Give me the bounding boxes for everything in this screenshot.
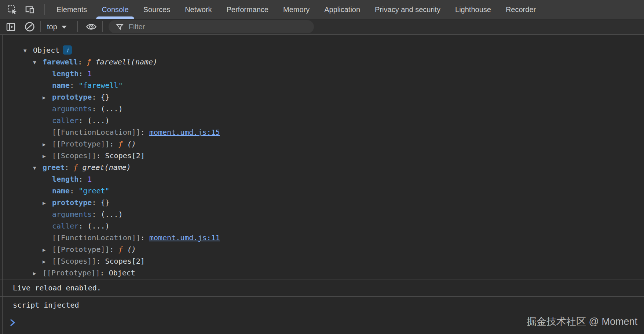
token-colon: : [78, 69, 87, 78]
tab-label: Elements [56, 5, 87, 14]
token-internal: [[FunctionLocation]] [52, 128, 140, 137]
filter-field[interactable] [109, 20, 314, 33]
tab-recorder[interactable]: Recorder [498, 0, 543, 19]
token-sig: greet(name) [82, 163, 131, 172]
console-message: script injected [0, 296, 644, 313]
token-colon: : [78, 222, 87, 230]
filter-funnel-icon [116, 23, 124, 31]
object-tree: ▾Objecti▾farewell: ƒ farewell(name)lengt… [0, 35, 644, 279]
token-keydim: arguments [52, 104, 92, 113]
context-selector-value: top [47, 23, 57, 31]
tree-row: name: "farewell" [0, 79, 644, 91]
token-internal: [[Prototype]] [52, 140, 110, 148]
clear-console-icon[interactable] [24, 21, 35, 32]
token-plain: (...) [87, 222, 109, 230]
tree-row: name: "greet" [0, 185, 644, 197]
disclosure-down-icon[interactable]: ▾ [33, 162, 43, 174]
toolbar-separator [40, 21, 41, 32]
tree-row: length: 1 [0, 173, 644, 185]
tree-row: arguments: (...) [0, 208, 644, 220]
tab-application[interactable]: Application [317, 0, 367, 19]
tree-row: ▸prototype: {} [0, 91, 644, 103]
tab-lighthouse[interactable]: Lighthouse [448, 0, 498, 19]
watermark: 掘金技术社区 @ Moment [527, 315, 637, 328]
disclosure-down-icon[interactable]: ▾ [23, 45, 33, 56]
tab-elements[interactable]: Elements [49, 0, 94, 19]
token-plain: Object [109, 268, 135, 277]
token-fn: ƒ [118, 245, 127, 254]
source-file-link[interactable]: moment.umd.js:11 [149, 233, 220, 242]
disclosure-down-icon[interactable]: ▾ [33, 56, 43, 68]
token-key: prototype [52, 93, 92, 101]
disclosure-right-icon[interactable]: ▸ [43, 92, 52, 103]
token-key: prototype [52, 198, 92, 207]
tab-console[interactable]: Console [94, 0, 136, 19]
disclosure-right-icon[interactable]: ▸ [43, 138, 52, 150]
tree-row: arguments: (...) [0, 103, 644, 115]
tree-row: ▸prototype: {} [0, 197, 644, 208]
token-sig: farewell(name) [96, 57, 158, 66]
token-key: length [52, 69, 78, 78]
token-keydim: caller [52, 116, 78, 125]
tree-row: [[FunctionLocation]]: moment.umd.js:11 [0, 232, 644, 244]
tree-row: ▸[[Prototype]]: ƒ () [0, 244, 644, 255]
token-colon: : [92, 104, 100, 113]
disclosure-right-icon[interactable]: ▸ [43, 150, 52, 162]
tab-memory[interactable]: Memory [276, 0, 317, 19]
disclosure-right-icon[interactable]: ▸ [33, 267, 43, 279]
token-colon: : [78, 175, 87, 183]
tab-label: Privacy and security [375, 5, 440, 14]
tab-label: Recorder [506, 5, 536, 14]
token-key: length [52, 175, 78, 183]
tab-sources[interactable]: Sources [136, 0, 178, 19]
token-plain: Scopes[2] [105, 257, 145, 266]
prompt-chevron-icon [10, 319, 16, 327]
token-plain: {} [100, 93, 109, 101]
tree-row: length: 1 [0, 68, 644, 79]
disclosure-right-icon[interactable]: ▸ [43, 197, 52, 209]
console-log-area: ▾Objecti▾farewell: ƒ farewell(name)lengt… [0, 35, 644, 334]
token-colon: : [110, 140, 118, 148]
dock-sidebar-icon[interactable] [5, 21, 16, 32]
tab-label: Console [102, 5, 128, 14]
inspect-element-icon[interactable] [7, 4, 18, 15]
token-colon: : [70, 186, 78, 195]
toolbar-separator [102, 21, 103, 32]
token-sig: () [127, 140, 136, 148]
tab-network[interactable]: Network [178, 0, 219, 19]
token-plain: Scopes[2] [105, 151, 145, 160]
tree-row: caller: (...) [0, 220, 644, 232]
source-file-link[interactable]: moment.umd.js:15 [149, 128, 220, 137]
token-colon: : [96, 257, 105, 266]
token-fn: ƒ [118, 140, 127, 148]
token-colon: : [92, 93, 100, 101]
eye-icon[interactable] [86, 21, 97, 32]
token-colon: : [100, 268, 109, 277]
token-colon: : [96, 151, 105, 160]
device-toolbar-icon[interactable] [24, 4, 35, 15]
token-fn: ƒ [87, 57, 95, 66]
token-str: "greet" [78, 186, 109, 195]
tree-row: ▾farewell: ƒ farewell(name) [0, 56, 644, 68]
tab-performance[interactable]: Performance [219, 0, 276, 19]
disclosure-right-icon[interactable]: ▸ [43, 256, 52, 267]
token-plain: (...) [100, 210, 122, 219]
token-colon: : [140, 233, 149, 242]
context-selector[interactable]: top [43, 23, 70, 31]
token-plain: Object [33, 46, 59, 55]
disclosure-right-icon[interactable]: ▸ [43, 244, 52, 256]
tree-row: ▸[[Prototype]]: ƒ () [0, 138, 644, 150]
info-badge[interactable]: i [63, 45, 72, 55]
tab-privacy-and-security[interactable]: Privacy and security [367, 0, 448, 19]
tab-list: ElementsConsoleSourcesNetworkPerformance… [49, 0, 543, 19]
token-colon: : [78, 116, 87, 125]
toolbar-separator [77, 21, 78, 32]
token-colon: : [65, 163, 73, 172]
console-message: Live reload enabled. [0, 279, 644, 296]
token-num: 1 [87, 175, 92, 183]
token-plain: (...) [100, 104, 122, 113]
tree-row: ▸[[Scopes]]: Scopes[2] [0, 150, 644, 162]
filter-input[interactable] [129, 23, 290, 31]
tab-label: Lighthouse [455, 5, 491, 14]
active-tab-underline [96, 16, 134, 19]
